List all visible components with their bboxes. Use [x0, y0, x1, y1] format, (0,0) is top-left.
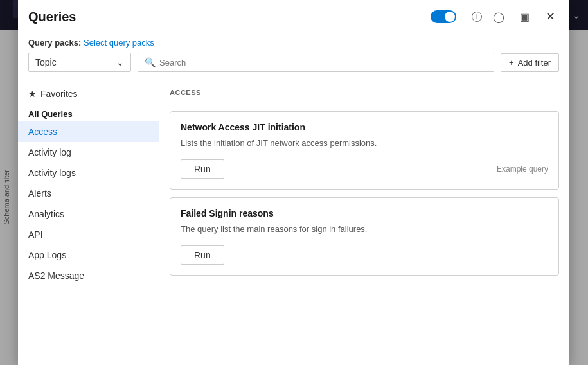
sidebar-item-label: AS2 Message [28, 271, 84, 281]
sidebar-item-label: Access [28, 127, 57, 137]
query-packs-row: Query packs: Select query packs [18, 31, 569, 53]
modal-header: Queries i ◯ ▣ ✕ [18, 0, 569, 31]
select-query-packs-link[interactable]: Select query packs [84, 38, 154, 48]
info-icon[interactable]: i [472, 12, 482, 22]
sidebar-item-label: Activity logs [28, 168, 76, 178]
modal-title: Queries [28, 10, 431, 24]
query-card-footer-2: Run [181, 245, 548, 265]
sidebar-item-alerts[interactable]: Alerts [18, 183, 159, 204]
sidebar-item-label: App Logs [28, 250, 66, 260]
sidebar: ★ Favorites All Queries Access Activity … [18, 78, 159, 365]
sidebar-item-app-logs[interactable]: App Logs [18, 245, 159, 265]
sidebar-item-as2-message[interactable]: AS2 Message [18, 265, 159, 286]
sidebar-item-label: Activity log [28, 147, 71, 157]
query-card-title-2: Failed Signin reasons [181, 208, 548, 218]
query-card-title-1: Network Access JIT initiation [181, 122, 548, 132]
filters-row: Topic ⌄ 🔍 + Add filter [18, 53, 569, 78]
sidebar-item-api[interactable]: API [18, 224, 159, 245]
run-button-2[interactable]: Run [181, 245, 224, 265]
search-input[interactable] [159, 58, 487, 67]
star-icon: ★ [28, 89, 37, 99]
sidebar-item-activity-logs[interactable]: Activity logs [18, 163, 159, 183]
sidebar-item-label: Analytics [28, 209, 64, 219]
query-card-desc-2: The query list the main reasons for sign… [181, 224, 548, 235]
search-box: 🔍 [138, 53, 494, 72]
run-button-1[interactable]: Run [181, 159, 224, 179]
sidebar-item-activity-log[interactable]: Activity log [18, 142, 159, 163]
favorites-item[interactable]: ★ Favorites [18, 84, 159, 104]
header-right: i ◯ ▣ ✕ [431, 8, 559, 26]
sidebar-item-label: API [28, 229, 43, 240]
query-card-footer-1: Run Example query [181, 159, 548, 179]
github-icon[interactable]: ◯ [490, 8, 508, 26]
add-filter-button[interactable]: + Add filter [501, 53, 559, 72]
topic-dropdown[interactable]: Topic ⌄ [28, 53, 131, 72]
filter-icon: + [509, 58, 514, 67]
query-card-1: Network Access JIT initiation Lists the … [170, 111, 559, 190]
sidebar-item-analytics[interactable]: Analytics [18, 204, 159, 224]
copy-icon[interactable]: ▣ [515, 8, 533, 26]
close-modal-button[interactable]: ✕ [541, 8, 559, 26]
sidebar-item-access[interactable]: Access [18, 121, 159, 142]
query-card-desc-1: Lists the initiation of JIT network acce… [181, 138, 548, 149]
queries-modal: Queries i ◯ ▣ ✕ Query packs: Select quer… [18, 0, 569, 365]
query-card-2: Failed Signin reasons The query list the… [170, 197, 559, 276]
always-show-toggle[interactable] [431, 10, 456, 23]
sidebar-item-label: Alerts [28, 188, 51, 199]
search-icon: 🔍 [145, 57, 156, 67]
all-queries-label: All Queries [18, 104, 159, 121]
example-query-label-1: Example query [497, 165, 548, 174]
content-area: ★ Favorites All Queries Access Activity … [18, 78, 569, 365]
right-panel: ACCESS Network Access JIT initiation Lis… [159, 78, 569, 365]
chevron-down-icon: ⌄ [116, 57, 124, 67]
section-header: ACCESS [170, 89, 559, 103]
